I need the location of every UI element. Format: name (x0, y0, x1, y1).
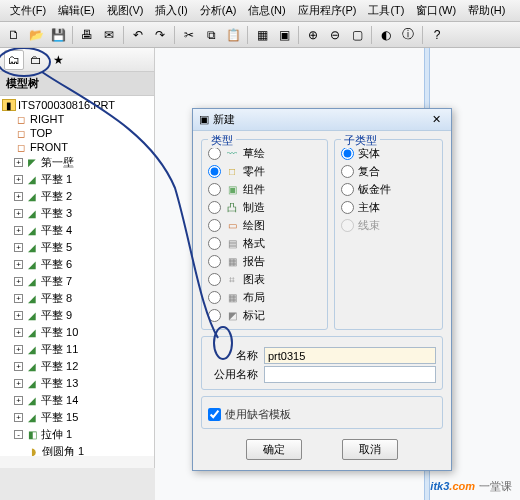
expand-icon[interactable]: + (14, 379, 23, 388)
tree-root[interactable]: ▮ITS700030816.PRT (0, 98, 154, 112)
menu-8[interactable]: 窗口(W) (410, 0, 462, 21)
save-icon[interactable]: 💾 (48, 25, 68, 45)
expand-icon[interactable]: + (14, 192, 23, 201)
tree-flat-11[interactable]: +◢平整 11 (0, 341, 154, 358)
template-check-input[interactable] (208, 408, 221, 421)
tree-extrude[interactable]: -◧拉伸 1 (0, 426, 154, 443)
menu-2[interactable]: 视图(V) (101, 0, 150, 21)
tree-flat-14[interactable]: +◢平整 14 (0, 392, 154, 409)
tree-flat-13[interactable]: +◢平整 13 (0, 375, 154, 392)
flat-icon: ◢ (25, 327, 39, 339)
mail-icon[interactable]: ✉ (99, 25, 119, 45)
type-option-4[interactable]: ▭绘图 (208, 218, 321, 233)
menu-3[interactable]: 插入(I) (149, 0, 193, 21)
menu-0[interactable]: 文件(F) (4, 0, 52, 21)
use-default-template-checkbox[interactable]: 使用缺省模板 (208, 407, 436, 422)
tab-favorites-icon[interactable]: ★ (48, 50, 68, 70)
tree-feature-first[interactable]: +◤第一壁 (0, 154, 154, 171)
flat-icon: ◢ (25, 395, 39, 407)
cancel-button[interactable]: 取消 (342, 439, 398, 460)
type-option-5[interactable]: ▤格式 (208, 236, 321, 251)
common-name-label: 公用名称 (208, 367, 258, 382)
expand-icon[interactable]: + (14, 260, 23, 269)
type-option-9[interactable]: ◩标记 (208, 308, 321, 323)
model-tree[interactable]: ▮ITS700030816.PRT◻RIGHT◻TOP◻FRONT+◤第一壁+◢… (0, 96, 154, 456)
zoom-out-icon[interactable]: ⊖ (325, 25, 345, 45)
tab-model-tree-icon[interactable]: 🗂 (4, 50, 24, 70)
tree-flat-3[interactable]: +◢平整 3 (0, 205, 154, 222)
expand-icon[interactable]: + (14, 328, 23, 337)
shade-icon[interactable]: ◐ (376, 25, 396, 45)
type-icon-2: ▣ (225, 184, 239, 196)
type-option-8[interactable]: ▦布局 (208, 290, 321, 305)
menu-7[interactable]: 工具(T) (362, 0, 410, 21)
tree-flat-1[interactable]: +◢平整 1 (0, 171, 154, 188)
tree-flat-9[interactable]: +◢平整 9 (0, 307, 154, 324)
type-option-2[interactable]: ▣组件 (208, 182, 321, 197)
info-icon[interactable]: ⓘ (398, 25, 418, 45)
expand-icon[interactable]: + (14, 362, 23, 371)
expand-icon[interactable]: + (14, 209, 23, 218)
tree-flat-7[interactable]: +◢平整 7 (0, 273, 154, 290)
expand-icon[interactable]: + (14, 294, 23, 303)
expand-icon[interactable]: + (14, 175, 23, 184)
menu-1[interactable]: 编辑(E) (52, 0, 101, 21)
ok-button[interactable]: 确定 (246, 439, 302, 460)
zoom-in-icon[interactable]: ⊕ (303, 25, 323, 45)
refit-icon[interactable]: ▣ (274, 25, 294, 45)
copy-icon[interactable]: ⧉ (201, 25, 221, 45)
menu-4[interactable]: 分析(A) (194, 0, 243, 21)
menu-6[interactable]: 应用程序(P) (292, 0, 363, 21)
tree-flat-10[interactable]: +◢平整 10 (0, 324, 154, 341)
type-option-7[interactable]: ⌗图表 (208, 272, 321, 287)
type-icon-3: 凸 (225, 202, 239, 214)
tree-flat-4[interactable]: +◢平整 4 (0, 222, 154, 239)
subtype-option-2[interactable]: 钣金件 (341, 182, 436, 197)
tree-flat-12[interactable]: +◢平整 12 (0, 358, 154, 375)
collapse-icon[interactable]: - (14, 430, 23, 439)
fit-icon[interactable]: ▢ (347, 25, 367, 45)
menu-5[interactable]: 信息(N) (242, 0, 291, 21)
dialog-titlebar[interactable]: ▣ 新建 ✕ (193, 109, 451, 131)
type-option-1[interactable]: □零件 (208, 164, 321, 179)
name-input[interactable] (264, 347, 436, 364)
tree-round[interactable]: ◗倒圆角 1 (0, 443, 154, 456)
open-icon[interactable]: 📂 (26, 25, 46, 45)
tree-flat-15[interactable]: +◢平整 15 (0, 409, 154, 426)
tree-datum-RIGHT[interactable]: ◻RIGHT (0, 112, 154, 126)
expand-icon[interactable]: + (14, 345, 23, 354)
help-icon[interactable]: ? (427, 25, 447, 45)
tree-flat-5[interactable]: +◢平整 5 (0, 239, 154, 256)
expand-icon[interactable]: + (14, 243, 23, 252)
close-icon[interactable]: ✕ (427, 113, 445, 126)
flat-icon: ◢ (25, 191, 39, 203)
expand-icon[interactable]: + (14, 226, 23, 235)
tree-flat-2[interactable]: +◢平整 2 (0, 188, 154, 205)
view-icon[interactable]: ▦ (252, 25, 272, 45)
flat-icon: ◢ (25, 174, 39, 186)
menu-9[interactable]: 帮助(H) (462, 0, 511, 21)
redo-icon[interactable]: ↷ (150, 25, 170, 45)
undo-icon[interactable]: ↶ (128, 25, 148, 45)
cut-icon[interactable]: ✂ (179, 25, 199, 45)
paste-icon[interactable]: 📋 (223, 25, 243, 45)
new-icon[interactable]: 🗋 (4, 25, 24, 45)
type-option-3[interactable]: 凸制造 (208, 200, 321, 215)
tree-datum-FRONT[interactable]: ◻FRONT (0, 140, 154, 154)
subtype-option-3[interactable]: 主体 (341, 200, 436, 215)
expand-icon[interactable]: + (14, 311, 23, 320)
expand-icon[interactable]: + (14, 277, 23, 286)
subtype-option-1[interactable]: 复合 (341, 164, 436, 179)
type-option-0[interactable]: 〰草绘 (208, 146, 321, 161)
tree-datum-TOP[interactable]: ◻TOP (0, 126, 154, 140)
tab-layer-icon[interactable]: 🗀 (26, 50, 46, 70)
common-name-input[interactable] (264, 366, 436, 383)
type-option-6[interactable]: ▦报告 (208, 254, 321, 269)
subtype-option-0[interactable]: 实体 (341, 146, 436, 161)
tree-flat-6[interactable]: +◢平整 6 (0, 256, 154, 273)
tree-flat-8[interactable]: +◢平整 8 (0, 290, 154, 307)
print-icon[interactable]: 🖶 (77, 25, 97, 45)
expand-icon[interactable]: + (14, 396, 23, 405)
expand-icon[interactable]: + (14, 413, 23, 422)
expand-icon[interactable]: + (14, 158, 23, 167)
